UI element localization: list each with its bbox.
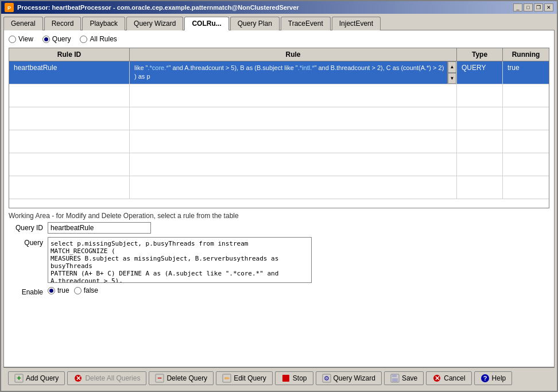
delete-query-button[interactable]: − Delete Query <box>149 371 214 385</box>
radio-query[interactable]: Query <box>42 35 71 43</box>
query-wizard-label: Query Wizard <box>334 374 375 382</box>
delete-query-icon: − <box>155 374 164 383</box>
cancel-button[interactable]: ✕ Cancel <box>426 371 471 385</box>
main-window: P Processor: heartbeatProcessor - com.or… <box>0 0 558 392</box>
svg-rect-14 <box>392 374 397 377</box>
svg-text:?: ? <box>483 375 487 382</box>
col-header-type: Type <box>457 48 503 61</box>
radio-all-rules-circle[interactable] <box>80 36 87 43</box>
help-label: Help <box>492 374 506 382</box>
add-icon: + <box>14 374 24 383</box>
window-icon: P <box>5 3 14 12</box>
delete-query-label: Delete Query <box>166 374 207 382</box>
enable-label: Enable <box>9 286 43 296</box>
delete-all-queries-label: Delete All Queries <box>85 374 140 382</box>
svg-rect-15 <box>392 378 398 382</box>
radio-view-label: View <box>18 35 33 43</box>
query-row: Query select p.missingSubject, p.busyThr… <box>9 237 549 283</box>
stop-label: Stop <box>293 374 307 382</box>
enable-false-label: false <box>84 286 98 294</box>
query-id-input[interactable] <box>48 222 151 234</box>
query-id-row: Query ID <box>9 222 549 234</box>
svg-text:+: + <box>17 374 21 382</box>
query-label: Query <box>9 237 43 247</box>
add-query-button[interactable]: + Add Query <box>8 371 65 385</box>
svg-text:⚙: ⚙ <box>324 375 330 382</box>
scroll-up-btn[interactable]: ▲ <box>448 61 456 73</box>
delete-all-queries-button[interactable]: ✕ Delete All Queries <box>67 371 146 385</box>
title-bar: P Processor: heartbeatProcessor - com.or… <box>1 1 557 14</box>
table-row <box>9 130 549 153</box>
col-header-running: Running <box>503 48 549 61</box>
enable-true-circle[interactable] <box>48 287 55 294</box>
cancel-label: Cancel <box>444 374 465 382</box>
minimize-button[interactable]: _ <box>513 3 522 11</box>
save-button[interactable]: Save <box>384 371 424 385</box>
tab-playback[interactable]: Playback <box>82 17 125 30</box>
tab-query-wizard[interactable]: Query Wizard <box>126 17 183 30</box>
enable-true-label: true <box>57 286 69 294</box>
edit-query-icon: ✏ <box>222 374 231 383</box>
window-title: Processor: heartbeatProcessor - com.orac… <box>17 4 299 11</box>
enable-false-option[interactable]: false <box>74 286 98 294</box>
radio-query-circle[interactable] <box>42 36 50 43</box>
maximize-button[interactable]: □ <box>524 3 533 11</box>
radio-all-rules-label: All Rules <box>90 35 117 43</box>
query-wizard-button[interactable]: ⚙ Query Wizard <box>316 371 382 385</box>
delete-all-icon: ✕ <box>73 374 83 383</box>
rules-table: Rule ID Rule Type Running heartbeatRule … <box>9 48 549 208</box>
table-row <box>9 153 549 176</box>
col-header-ruleid: Rule ID <box>9 48 130 61</box>
svg-text:✕: ✕ <box>76 375 81 382</box>
help-button[interactable]: ? Help <box>474 371 513 385</box>
svg-text:P: P <box>7 5 11 11</box>
stop-icon <box>281 374 290 383</box>
enable-true-option[interactable]: true <box>48 286 69 294</box>
cell-type: QUERY <box>457 61 503 84</box>
table-row <box>9 176 549 199</box>
edit-query-button[interactable]: ✏ Edit Query <box>216 371 273 385</box>
save-icon <box>390 374 400 383</box>
radio-view[interactable]: View <box>9 35 33 43</box>
main-content: General Record Playback Query Wizard COL… <box>1 14 557 391</box>
tab-query-plan[interactable]: Query Plan <box>230 17 280 30</box>
help-icon: ? <box>480 374 490 383</box>
radio-query-label: Query <box>52 35 71 43</box>
add-query-label: Add Query <box>26 374 59 382</box>
save-label: Save <box>402 374 417 382</box>
restore-button[interactable]: ❐ <box>534 3 543 11</box>
edit-query-label: Edit Query <box>234 374 266 382</box>
table-row <box>9 84 549 107</box>
cell-running: true <box>503 61 549 84</box>
tab-bar: General Record Playback Query Wizard COL… <box>3 16 555 30</box>
scroll-down-btn[interactable]: ▼ <box>448 73 456 84</box>
close-button[interactable]: ✕ <box>544 3 553 11</box>
radio-view-circle[interactable] <box>9 36 16 43</box>
radio-all-rules[interactable]: All Rules <box>80 35 117 43</box>
cell-rule: like ".*core.*" and A.threadcount > 5), … <box>130 61 457 84</box>
query-id-label: Query ID <box>9 222 43 232</box>
table-row[interactable]: heartbeatRule like ".*core.*" and A.thre… <box>9 61 549 84</box>
svg-rect-10 <box>282 375 289 382</box>
svg-text:✏: ✏ <box>224 375 230 382</box>
bottom-toolbar: + Add Query ✕ Delete All Queries − Delet… <box>3 367 555 389</box>
svg-text:−: − <box>158 374 162 382</box>
working-area-label: Working Area - for Modify and Delete Ope… <box>9 212 549 220</box>
enable-false-circle[interactable] <box>74 287 82 294</box>
table-header: Rule ID Rule Type Running <box>9 48 549 61</box>
query-textarea[interactable]: select p.missingSubject, p.busyThreads f… <box>48 237 312 283</box>
form-section: Query ID Query select p.missingSubject, … <box>9 222 549 296</box>
tab-record[interactable]: Record <box>44 17 82 30</box>
table-row <box>9 107 549 130</box>
col-header-rule: Rule <box>130 48 457 61</box>
svg-text:✕: ✕ <box>435 375 440 382</box>
cancel-icon: ✕ <box>432 374 441 383</box>
cell-ruleid: heartbeatRule <box>9 61 130 84</box>
tab-general[interactable]: General <box>3 17 43 30</box>
rule-text: like ".*core.*" and A.threadcount > 5), … <box>134 64 445 81</box>
tab-colru[interactable]: COLRu... <box>184 17 228 30</box>
stop-button[interactable]: Stop <box>275 371 313 385</box>
tab-trace-event[interactable]: TraceEvent <box>281 17 331 30</box>
tab-inject-event[interactable]: InjectEvent <box>332 17 381 30</box>
query-wizard-icon: ⚙ <box>322 374 331 383</box>
